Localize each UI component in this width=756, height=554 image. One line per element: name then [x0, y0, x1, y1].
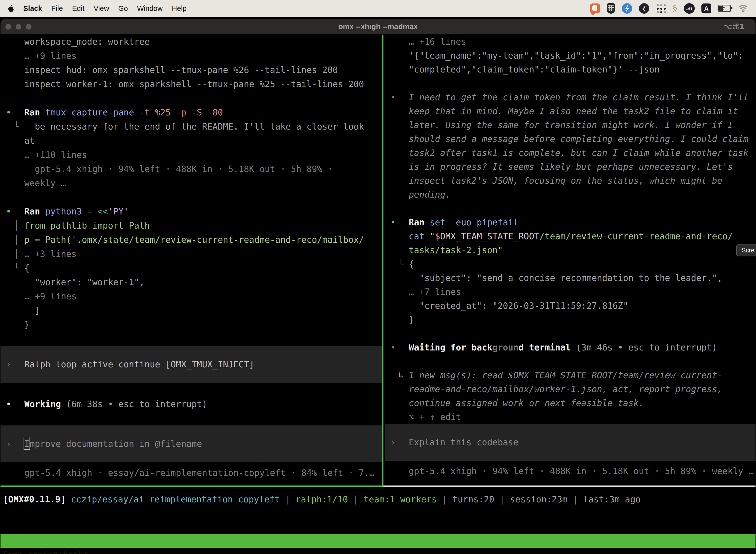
terminal-text-segment: • — [390, 90, 396, 104]
terminal-text-segment: gpt-5.4 xhigh · essay/ai-reimplementatio… — [24, 468, 375, 478]
terminal-line: │from pathlib import Path — [0, 219, 382, 233]
back-arrow-circle-icon[interactable]: ❮ — [639, 3, 649, 14]
terminal-text-segment: • — [390, 215, 396, 229]
terminal-text-segment: inspect_worker-1: omx sparkshell --tmux-… — [24, 79, 364, 89]
terminal-text-segment: › — [6, 357, 11, 372]
menu-go[interactable]: Go — [118, 4, 128, 13]
terminal-line: keep that in mind. Maybe I also need the… — [385, 104, 756, 118]
pane-footer-status: gpt-5.4 xhigh · 94% left · 488K in · 5.1… — [385, 464, 756, 478]
terminal-text-segment: " — [498, 245, 503, 255]
terminal-pane-right[interactable]: … +16 lines'{"team_name":"my-team","task… — [385, 35, 756, 501]
zoom-button[interactable] — [26, 24, 32, 30]
terminal-line: inspect_worker-1: omx sparkshell --tmux-… — [0, 77, 382, 91]
terminal-line: •Ran set -euo pipefail — [385, 215, 756, 229]
terminal-text-segment: "completed","claim_token":"claim-token"}… — [409, 64, 659, 74]
tooltip-text: Scre — [742, 247, 754, 254]
close-button[interactable] — [5, 24, 11, 30]
terminal-line: ↳1 new msg(s): read $OMX_TEAM_STATE_ROOT… — [385, 368, 756, 382]
menu-help[interactable]: Help — [172, 4, 187, 13]
terminal-text-segment: … +3 lines — [24, 249, 77, 259]
panel-line: ›Explain this codebase — [385, 435, 756, 449]
terminal-text-segment: Explain this codebase — [409, 437, 519, 447]
prompt-input-bar[interactable]: ›Explain this codebase — [385, 424, 756, 461]
terminal-text-segment: team:1 workers — [364, 494, 437, 504]
badge-61-icon[interactable]: ..61 — [684, 3, 695, 14]
terminal-line: •Ran tmux capture-pane -t %25 -p -S -80 — [0, 106, 382, 120]
menu-view[interactable]: View — [94, 4, 109, 13]
menu-edit[interactable]: Edit — [72, 4, 84, 13]
window-shortcut: ⌥⌘1 — [723, 22, 745, 31]
terminal-text-segment: ↳ — [398, 368, 403, 382]
chat-app-icon[interactable] — [590, 3, 600, 13]
speed-lightning-icon[interactable] — [622, 3, 632, 14]
tmux-status-bar: [omx-cczip0:bash* "MacBook-Pro-44.local"… — [0, 534, 756, 548]
terminal-text-segment: | — [348, 494, 364, 504]
terminal-line: inspect_hud: omx sparkshell --tmux-pane … — [0, 63, 382, 77]
terminal-text-segment: gpt-5.4 xhigh · 94% left · 488K in · 5.1… — [409, 466, 754, 476]
menu-file[interactable]: File — [51, 4, 63, 13]
tmux-pane-divider[interactable] — [382, 35, 383, 487]
battery-charging-icon[interactable]: ϟ — [718, 5, 731, 12]
terminal-text-segment: "created_at": "2026-03-31T11:59:27.816Z" — [409, 301, 628, 311]
terminal-text-segment: last:3m ago — [583, 494, 641, 504]
terminal-line: tasks/task-2.json" — [385, 243, 756, 257]
apple-menu-icon[interactable] — [7, 4, 14, 12]
terminal-text-segment: (3m 46s • esc to interrupt) — [571, 342, 717, 352]
terminal-line — [385, 76, 756, 90]
terminal-line: └{ — [0, 261, 382, 275]
terminal-line: ] — [0, 303, 382, 318]
pane-footer-status: gpt-5.4 xhigh · essay/ai-reimplementatio… — [0, 466, 382, 480]
terminal-text-segment: … +16 lines — [409, 37, 466, 47]
terminal-line — [0, 383, 382, 397]
terminal-line — [0, 411, 382, 426]
terminal-line: workspace_mode: worktree — [0, 35, 382, 49]
terminal-line: readme-and-reco/mailbox/worker-1.json, a… — [385, 382, 756, 396]
shield-grid-icon[interactable] — [607, 3, 615, 14]
menu-window[interactable]: Window — [137, 4, 163, 13]
terminal-text-segment — [66, 494, 71, 504]
terminal-text-segment: %25 — [155, 107, 176, 117]
wifi-icon[interactable] — [738, 4, 749, 13]
terminal-text-segment: python3 — [45, 207, 82, 216]
terminal-line: continue assigned work or next feasible … — [385, 396, 756, 410]
menu-bar: Slack File Edit View Go Window Help ❮ § … — [0, 0, 756, 17]
window-titlebar[interactable]: omx --xhigh --madmax ⌥⌘1 — [0, 19, 756, 34]
terminal-text-segment: pending. — [409, 189, 451, 200]
terminal-text-segment: … +7 lines — [409, 287, 461, 297]
ralph-loop-banner: ›Ralph loop active continue [OMX_TMUX_IN… — [0, 346, 382, 383]
prompt-input-bar[interactable]: ›Improve documentation in @filename — [0, 426, 382, 462]
terminal-text-segment: turns:20 — [452, 494, 494, 504]
terminal-text-segment: • — [6, 397, 11, 411]
terminal-text-segment: | — [280, 494, 296, 504]
terminal-text-segment: '{"team_name":"my-team","task_id":"1","f… — [409, 51, 743, 61]
minimize-button[interactable] — [16, 24, 21, 30]
terminal-text-segment: Working — [24, 399, 61, 409]
hook-icon[interactable]: § — [673, 4, 677, 13]
terminal-line: '{"team_name":"my-team","task_id":"1","f… — [385, 49, 756, 63]
terminal-window: omx --xhigh --madmax ⌥⌘1 workspace_mode:… — [0, 19, 756, 554]
terminal-text-segment: Ralph loop active continue [OMX_TMUX_INJ… — [24, 359, 254, 369]
terminal-line: gpt-5.4 xhigh · 94% left · 488K in · 5.1… — [0, 162, 382, 176]
terminal-text-segment: d terminal — [519, 342, 571, 352]
terminal-text-segment: mprove documentation in @filename — [29, 439, 202, 449]
terminal-line: "completed","claim_token":"claim-token"}… — [385, 63, 756, 76]
terminal-text-segment: Waiting for back — [409, 342, 492, 352]
terminal-line: inspect task2's JSON, focusing on the st… — [385, 174, 756, 188]
terminal-text-segment: ⌥ + ↑ edit — [409, 412, 461, 422]
terminal-text-segment: Ran — [24, 107, 45, 117]
terminal-text-segment: ralph:1/10 — [296, 494, 348, 504]
terminal-text-segment: keep that in mind. Maybe I also need the… — [409, 106, 738, 116]
terminal-text-segment: | — [567, 494, 583, 504]
terminal-text-segment: inspect_hud: omx sparkshell --tmux-pane … — [24, 65, 338, 75]
terminal-line: … +110 lines — [0, 148, 382, 162]
dots-grid-icon[interactable] — [656, 3, 666, 13]
terminal-line: is in progress? It seems likely but perh… — [385, 160, 756, 174]
omx-status-line: [OMX#0.11.9] cczip/essay/ai-reimplementa… — [3, 492, 641, 507]
terminal-text-segment: } — [24, 320, 29, 330]
terminal-pane-left[interactable]: workspace_mode: worktree… +9 linesinspec… — [0, 35, 382, 501]
menu-status-icons: ❮ § ..61 A ϟ — [590, 3, 749, 14]
menu-app-name[interactable]: Slack — [23, 4, 42, 13]
tmux-session-label[interactable]: [omx-cczip0:bash* — [2, 548, 88, 554]
terminal-text-segment: I — [24, 439, 29, 449]
input-source-icon[interactable]: A — [701, 3, 711, 13]
